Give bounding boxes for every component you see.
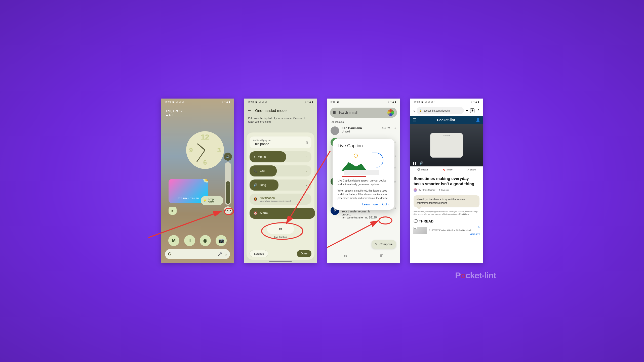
email-row[interactable]: Ken Baumann Unwell 3:11 PM ☆ — [327, 124, 400, 137]
live-caption-overlay: when I got the chance to try out the Inn… — [414, 195, 479, 207]
hour-hand — [197, 143, 205, 151]
volume-rail: 🔊 • • • — [224, 153, 232, 213]
clock-12: 12 — [201, 133, 209, 141]
ad-info-icon[interactable]: ▷ — [478, 226, 480, 228]
gesture-bar[interactable] — [269, 261, 292, 262]
lightbulb-icon: 💡 — [203, 199, 206, 202]
gmail-app-icon[interactable]: M — [168, 235, 179, 246]
volume-more-button[interactable]: • • • — [224, 206, 232, 214]
video-tab-icon[interactable]: ▢⃝ — [380, 254, 383, 258]
learn-more-link[interactable]: Learn more — [362, 203, 378, 206]
volume-panel: Audio will play on This phone ▯ ♪Media 📞… — [247, 132, 314, 260]
video-player[interactable]: ❚❚ 🔊 — [410, 124, 483, 166]
thread-heading: 💬 THREAD — [410, 218, 483, 224]
read-more-link[interactable]: Read More — [459, 213, 469, 215]
call-slider[interactable]: 📞Call — [250, 165, 311, 176]
ring-slider[interactable]: 🔊Ring — [250, 179, 311, 191]
video-content — [430, 133, 463, 158]
separator: • — [437, 189, 437, 191]
status-left-icons: ▣ M M M • — [421, 101, 435, 103]
search-bar[interactable]: G 🎤 ⌕ — [165, 249, 230, 259]
status-time: 11:20 — [414, 101, 420, 104]
page-title: One-handed mode — [255, 108, 287, 113]
menu-icon[interactable]: ☰ — [333, 111, 336, 114]
live-caption-section: ⧄ Live Caption — [263, 224, 298, 238]
site-user-icon[interactable]: 👤 — [476, 118, 480, 122]
follow-action[interactable]: 🔖 Follow — [442, 168, 453, 171]
back-icon[interactable]: ← — [248, 108, 252, 113]
status-time: 11:18 — [248, 101, 254, 104]
compose-label: Compose — [380, 243, 392, 246]
dialog-para-2: When speech is captioned, this feature u… — [338, 189, 389, 200]
audio-on-label: Audio will play on — [253, 139, 271, 142]
got-it-button[interactable]: Got it — [382, 203, 389, 206]
play-button[interactable]: ▶ — [169, 207, 177, 215]
thumbs-up-icon[interactable]: 👍 — [203, 179, 208, 183]
chrome-app-icon[interactable]: ◉ — [200, 235, 211, 246]
ad-text: Try EVERY Product With One Of Our Bundle… — [429, 229, 480, 232]
status-left-icons: ▣ M M M — [172, 101, 184, 103]
media-label: Media — [258, 155, 266, 159]
phone-4-browser: 11:20 ▣ M M M • ◊ ▾◢ ▮ ⌂ 🔒 pocket-lint.c… — [410, 99, 483, 263]
volume-icon[interactable]: 🔊 — [420, 161, 423, 165]
alarm-slider[interactable]: ⏰Alarm — [250, 208, 311, 219]
email-time: 3:11 PM — [381, 126, 390, 129]
new-tab-icon[interactable]: + — [466, 108, 468, 113]
slack-app-icon[interactable]: ⌗ — [184, 235, 195, 246]
watermark: Pocket-lint — [455, 270, 496, 280]
camera-app-icon[interactable]: 📷 — [216, 235, 227, 246]
live-caption-toggle[interactable]: ⧄ — [267, 224, 294, 234]
keep-notes-button[interactable]: 💡 Keep Notes — [201, 196, 223, 205]
lens-icon[interactable]: ⌕ — [225, 252, 227, 256]
mail-tab-icon[interactable]: ✉ — [344, 254, 347, 258]
account-avatar[interactable] — [387, 109, 394, 116]
thread-action[interactable]: 💬 Thread — [417, 168, 428, 171]
browser-toolbar: ⌂ 🔒 pocket-lint.com/video/in + ③ ⋮ — [410, 106, 483, 116]
share-action[interactable]: ↗ Share — [467, 168, 476, 171]
status-time: 11:19 — [165, 101, 171, 104]
status-left-icons: ▣ — [337, 101, 339, 103]
phone-3-gmail-dialog: 3:12 ▣ ◊ ▾◢ ▮ ☰ Search in mail All inbox… — [327, 99, 400, 263]
star-icon[interactable]: ☆ — [394, 126, 396, 130]
dialog-title: Live Caption — [338, 143, 389, 149]
tabs-icon[interactable]: ③ — [470, 108, 474, 113]
audio-output-card[interactable]: Audio will play on This phone ▯ — [250, 137, 311, 148]
url-bar[interactable]: 🔒 pocket-lint.com/video/in — [417, 107, 464, 114]
ad-unit[interactable]: Try EVERY Product With One Of Our Bundle… — [413, 226, 480, 235]
weather-label: ☁ 67°F — [166, 113, 229, 116]
ad-visit-link[interactable]: VISIT SITE — [470, 233, 480, 235]
phone-1-homescreen: 11:19 ▣ M M M ◊ ▾◢ ▮ Thu, Oct 17 ☁ 67°F … — [161, 99, 234, 263]
status-right-icons: ◊ ▾◢ ▮ — [471, 101, 479, 103]
author-name[interactable]: Chris Hachey — [422, 189, 435, 191]
live-caption-dialog: Live Caption Live Caption detects speech… — [333, 139, 394, 210]
keep-label: Keep Notes — [208, 198, 214, 203]
site-header: ☰ Pocket-lint 👤 — [410, 116, 483, 124]
overflow-icon[interactable]: ⋮ — [476, 108, 480, 113]
url-text: pocket-lint.com/video/in — [423, 109, 450, 112]
status-right-icons: ◊ ▾◢ ▮ — [305, 101, 313, 103]
site-logo[interactable]: Pocket-lint — [437, 118, 455, 122]
page-subtitle: Pull down the top half of your screen so… — [244, 115, 317, 127]
notification-icon: 🔕 — [254, 197, 257, 201]
pause-icon[interactable]: ❚❚ — [412, 161, 417, 165]
date-weather-widget[interactable]: Thu, Oct 17 ☁ 67°F — [161, 106, 234, 116]
gmail-search-bar[interactable]: ☰ Search in mail — [330, 108, 397, 118]
by-prefix: By — [419, 189, 421, 191]
clock-widget[interactable]: 12 3 6 9 — [186, 131, 224, 169]
mic-icon[interactable]: 🎤 — [218, 252, 222, 256]
byline: By Chris Hachey • 5 days ago — [410, 188, 483, 194]
bottom-nav: ✉ ▢⃝ — [327, 250, 400, 262]
status-bar: 11:19 ▣ M M M ◊ ▾◢ ▮ — [161, 99, 234, 106]
lock-icon: 🔒 — [419, 109, 422, 112]
home-icon[interactable]: ⌂ — [413, 109, 415, 113]
ring-label: Ring — [260, 183, 266, 187]
site-menu-icon[interactable]: ☰ — [413, 118, 416, 122]
alarm-icon: ⏰ — [254, 211, 257, 215]
done-button[interactable]: Done — [297, 250, 311, 257]
volume-slider[interactable] — [225, 162, 231, 205]
settings-button[interactable]: Settings — [250, 250, 268, 257]
compose-button[interactable]: ✎ Compose — [372, 240, 396, 249]
star-icon[interactable]: ☆ — [394, 206, 396, 210]
media-slider[interactable]: ♪Media — [250, 151, 311, 162]
volume-output-icon[interactable]: 🔊 — [224, 153, 232, 161]
